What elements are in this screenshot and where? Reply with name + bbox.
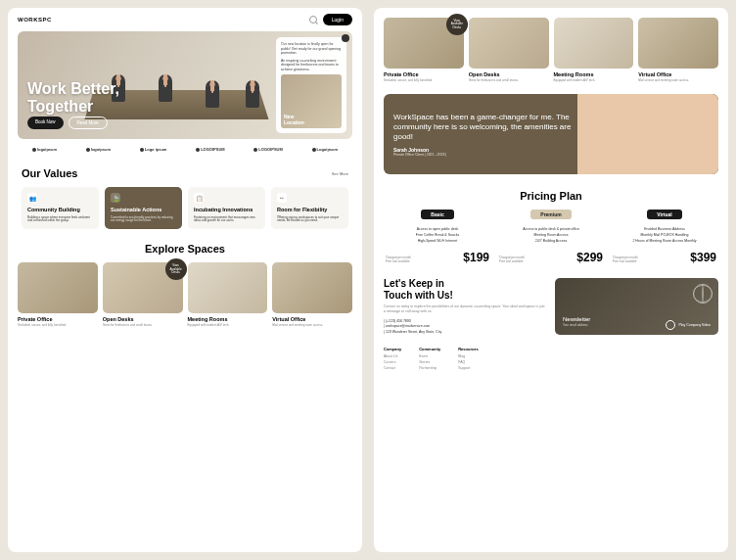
book-now-button[interactable]: Book Now — [27, 117, 64, 129]
promo-text-2: An inspiring co-working environment desi… — [281, 59, 342, 72]
see-more-link[interactable]: See More — [332, 171, 348, 176]
partner-logo: logoipsum — [32, 147, 57, 152]
contact-title: Let's Keep inTouch with Us! — [384, 278, 547, 301]
login-button[interactable]: Login — [323, 14, 352, 25]
plan-badge: Basic — [421, 210, 453, 219]
partner-logo: LOGOIPSUM — [253, 147, 282, 152]
testimonial: WorkSpace has been a game-changer for me… — [384, 94, 718, 174]
hero-promo-card: Our new location is finally open for pub… — [276, 37, 346, 133]
space-open-desks[interactable]: View Available Desks Open Desks Great fo… — [103, 262, 183, 327]
search-icon[interactable] — [309, 16, 317, 23]
leaf-icon: 🍃 — [111, 193, 120, 203]
space-image — [638, 18, 718, 69]
space-image — [554, 18, 634, 69]
promo-text: Our new location is finally open for pub… — [281, 42, 342, 56]
space-virtual-office[interactable]: Virtual Office Mail service and meeting … — [638, 18, 718, 82]
plan-virtual[interactable]: Virtual Enabled Business Address Monthly… — [611, 210, 718, 264]
footer-link[interactable]: Partnership — [419, 366, 440, 370]
footer-link[interactable]: Contact — [384, 366, 401, 370]
newsletter-card: Newsletter Your email address Play Compa… — [555, 278, 718, 335]
close-icon[interactable] — [342, 34, 349, 42]
space-image — [188, 262, 268, 313]
promo-image[interactable]: NewLocation — [281, 74, 342, 128]
plan-badge: Virtual — [647, 210, 681, 219]
header: WORKSPC Login — [8, 8, 362, 31]
values-title: Our Values — [22, 167, 77, 179]
plan-premium[interactable]: Premium Access to public desk & private … — [497, 210, 605, 264]
footer-heading: Community — [419, 347, 440, 351]
value-card-flexibility[interactable]: ↔ Room for Flexibility Offering various … — [271, 187, 348, 229]
contact-address: | 123 Wanderer Street, Any State, City — [384, 330, 547, 335]
community-icon: 👥 — [27, 193, 37, 203]
space-private-office[interactable]: View Available Desks Private Office Secl… — [384, 18, 464, 82]
hero: Work Better,Together Book Now Read More … — [18, 31, 352, 139]
footer-heading: Company — [384, 347, 401, 351]
footer-link[interactable]: Stories — [419, 360, 440, 364]
plan-price: $399 — [690, 251, 716, 264]
space-virtual-office[interactable]: Virtual Office Mail service and meeting … — [272, 262, 352, 327]
plan-basic[interactable]: Basic Access to open public desk Free Co… — [384, 210, 491, 264]
footer-heading: Resources — [458, 347, 478, 351]
flex-icon: ↔ — [277, 193, 287, 203]
view-desks-badge[interactable]: View Available Desks — [165, 258, 187, 280]
footer-link[interactable]: FAQ — [458, 360, 478, 364]
testimonial-quote: WorkSpace has been a game-changer for me… — [393, 113, 582, 142]
space-open-desks[interactable]: Open Desks Great for freelancers and sma… — [469, 18, 549, 82]
contact-desc: Contact us today to explore the possibil… — [384, 304, 547, 313]
plan-price: $299 — [576, 251, 603, 264]
plan-badge: Premium — [530, 210, 571, 219]
footer-link[interactable]: Support — [458, 366, 478, 370]
explore-title: Explore Spaces — [8, 243, 362, 255]
partner-logo: Logo ipsum — [140, 147, 167, 152]
space-image: View Available Desks — [384, 18, 464, 69]
footer-link[interactable]: About Us — [384, 354, 401, 358]
pricing-title: Pricing Plan — [374, 190, 728, 202]
newsletter-title: Newsletter — [563, 316, 590, 322]
space-image — [469, 18, 549, 69]
footer-link[interactable]: Blog — [458, 354, 478, 358]
value-card-community[interactable]: 👥 Community Building Building a space wh… — [22, 187, 99, 229]
space-image — [272, 262, 352, 313]
partner-logos: logoipsum logoipsum Logo ipsum LOGOIPSUM… — [8, 139, 362, 160]
read-more-button[interactable]: Read More — [69, 117, 108, 129]
value-card-sustainable[interactable]: 🍃 Sustainable Actions Committed to eco-f… — [105, 187, 182, 229]
globe-icon — [693, 284, 713, 303]
space-image — [18, 262, 98, 313]
view-desks-badge[interactable]: View Available Desks — [446, 14, 468, 35]
partner-logo: Logoipsum — [312, 147, 339, 152]
space-meeting-rooms[interactable]: Meeting Rooms Equipped with modern A/V t… — [554, 18, 634, 82]
testimonial-photo — [577, 94, 718, 174]
space-image: View Available Desks — [103, 262, 183, 313]
partner-logo: LOGOIPSUM — [196, 147, 224, 152]
footer-link[interactable]: Careers — [384, 360, 401, 364]
value-card-incubating[interactable]: 📋 Incubating Innovations Fostering an en… — [188, 187, 265, 229]
space-meeting-rooms[interactable]: Meeting Rooms Equipped with modern A/V t… — [188, 262, 268, 327]
clipboard-icon: 📋 — [194, 193, 204, 203]
partner-logo: logoipsum — [86, 147, 111, 152]
testimonial-role: Private Office Client | 2021 - 2023 | — [393, 153, 582, 157]
footer-link[interactable]: Event — [419, 354, 440, 358]
plan-price: $199 — [463, 251, 489, 264]
footer: Company About Us Careers Contact Communi… — [374, 343, 728, 378]
newsletter-input[interactable]: Your email address — [563, 323, 590, 327]
brand-logo[interactable]: WORKSPC — [18, 17, 52, 23]
space-private-office[interactable]: Private Office Secluded, secure, and ful… — [18, 262, 98, 327]
play-video-button[interactable]: Play Company Video — [666, 320, 711, 330]
